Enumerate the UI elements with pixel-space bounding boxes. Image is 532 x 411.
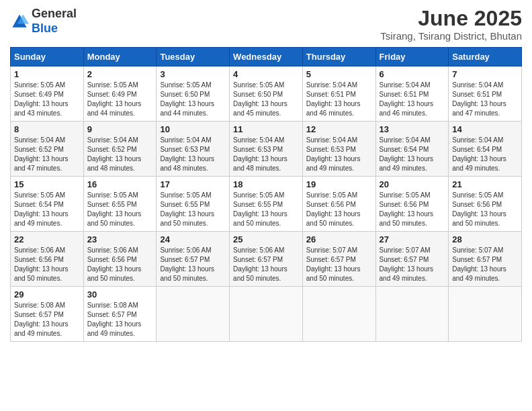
calendar-day-cell: 9 Sunrise: 5:04 AMSunset: 6:52 PMDayligh…: [83, 122, 157, 177]
day-number: 22: [14, 234, 80, 244]
calendar-day-cell: [157, 287, 230, 342]
weekday-header: Wednesday: [230, 48, 303, 66]
day-detail: Sunrise: 5:05 AMSunset: 6:50 PMDaylight:…: [160, 81, 226, 118]
calendar-day-cell: 19 Sunrise: 5:05 AMSunset: 6:56 PMDaylig…: [302, 177, 375, 232]
day-detail: Sunrise: 5:05 AMSunset: 6:49 PMDaylight:…: [14, 81, 80, 118]
day-number: 27: [380, 234, 445, 244]
day-detail: Sunrise: 5:04 AMSunset: 6:54 PMDaylight:…: [452, 136, 518, 173]
calendar-week-row: 1 Sunrise: 5:05 AMSunset: 6:49 PMDayligh…: [11, 66, 522, 122]
day-number: 26: [306, 234, 372, 244]
day-number: 6: [380, 69, 445, 79]
day-detail: Sunrise: 5:07 AMSunset: 6:57 PMDaylight:…: [306, 246, 372, 283]
day-number: 13: [380, 124, 445, 134]
day-detail: Sunrise: 5:04 AMSunset: 6:51 PMDaylight:…: [380, 81, 445, 118]
day-detail: Sunrise: 5:05 AMSunset: 6:55 PMDaylight:…: [160, 191, 226, 228]
day-detail: Sunrise: 5:05 AMSunset: 6:56 PMDaylight:…: [380, 191, 445, 228]
calendar-day-cell: 5 Sunrise: 5:04 AMSunset: 6:51 PMDayligh…: [302, 66, 375, 122]
day-number: 3: [160, 69, 226, 79]
day-number: 23: [87, 234, 153, 244]
day-detail: Sunrise: 5:05 AMSunset: 6:50 PMDaylight:…: [233, 81, 299, 118]
calendar-day-cell: 4 Sunrise: 5:05 AMSunset: 6:50 PMDayligh…: [230, 66, 303, 122]
calendar-day-cell: 1 Sunrise: 5:05 AMSunset: 6:49 PMDayligh…: [11, 66, 84, 122]
calendar-day-cell: 12 Sunrise: 5:04 AMSunset: 6:53 PMDaylig…: [302, 122, 375, 177]
day-number: 12: [306, 124, 372, 134]
day-number: 25: [233, 234, 299, 244]
day-detail: Sunrise: 5:06 AMSunset: 6:56 PMDaylight:…: [14, 246, 80, 283]
day-detail: Sunrise: 5:04 AMSunset: 6:53 PMDaylight:…: [306, 136, 372, 173]
calendar-day-cell: 17 Sunrise: 5:05 AMSunset: 6:55 PMDaylig…: [157, 177, 230, 232]
weekday-header: Friday: [375, 48, 449, 66]
weekday-header: Thursday: [302, 48, 375, 66]
day-detail: Sunrise: 5:07 AMSunset: 6:57 PMDaylight:…: [452, 246, 518, 283]
month-title: June 2025: [380, 7, 522, 30]
day-number: 2: [87, 69, 153, 79]
calendar-week-row: 8 Sunrise: 5:04 AMSunset: 6:52 PMDayligh…: [11, 122, 522, 177]
calendar-day-cell: 3 Sunrise: 5:05 AMSunset: 6:50 PMDayligh…: [157, 66, 230, 122]
day-detail: Sunrise: 5:06 AMSunset: 6:57 PMDaylight:…: [233, 246, 299, 283]
calendar-day-cell: 25 Sunrise: 5:06 AMSunset: 6:57 PMDaylig…: [230, 232, 303, 287]
calendar-day-cell: 28 Sunrise: 5:07 AMSunset: 6:57 PMDaylig…: [449, 232, 522, 287]
day-detail: Sunrise: 5:04 AMSunset: 6:53 PMDaylight:…: [160, 136, 226, 173]
calendar-day-cell: 18 Sunrise: 5:05 AMSunset: 6:55 PMDaylig…: [230, 177, 303, 232]
day-number: 16: [87, 179, 153, 189]
calendar-day-cell: 27 Sunrise: 5:07 AMSunset: 6:57 PMDaylig…: [375, 232, 449, 287]
calendar-day-cell: [230, 287, 303, 342]
calendar-day-cell: 22 Sunrise: 5:06 AMSunset: 6:56 PMDaylig…: [11, 232, 84, 287]
calendar-day-cell: 24 Sunrise: 5:06 AMSunset: 6:57 PMDaylig…: [157, 232, 230, 287]
calendar-day-cell: 8 Sunrise: 5:04 AMSunset: 6:52 PMDayligh…: [11, 122, 84, 177]
calendar-day-cell: 26 Sunrise: 5:07 AMSunset: 6:57 PMDaylig…: [302, 232, 375, 287]
day-detail: Sunrise: 5:07 AMSunset: 6:57 PMDaylight:…: [380, 246, 445, 283]
calendar-day-cell: 14 Sunrise: 5:04 AMSunset: 6:54 PMDaylig…: [449, 122, 522, 177]
calendar-day-cell: 6 Sunrise: 5:04 AMSunset: 6:51 PMDayligh…: [375, 66, 449, 122]
day-detail: Sunrise: 5:05 AMSunset: 6:54 PMDaylight:…: [14, 191, 80, 228]
day-number: 19: [306, 179, 372, 189]
calendar-week-row: 15 Sunrise: 5:05 AMSunset: 6:54 PMDaylig…: [11, 177, 522, 232]
day-number: 10: [160, 124, 226, 134]
calendar-day-cell: 16 Sunrise: 5:05 AMSunset: 6:55 PMDaylig…: [83, 177, 157, 232]
weekday-header: Monday: [83, 48, 157, 66]
title-area: June 2025 Tsirang, Tsirang District, Bhu…: [380, 7, 522, 42]
day-number: 11: [233, 124, 299, 134]
day-detail: Sunrise: 5:08 AMSunset: 6:57 PMDaylight:…: [87, 301, 153, 338]
day-detail: Sunrise: 5:05 AMSunset: 6:55 PMDaylight:…: [233, 191, 299, 228]
day-number: 7: [452, 69, 518, 79]
day-detail: Sunrise: 5:06 AMSunset: 6:56 PMDaylight:…: [87, 246, 153, 283]
day-number: 9: [87, 124, 153, 134]
calendar-day-cell: 20 Sunrise: 5:05 AMSunset: 6:56 PMDaylig…: [375, 177, 449, 232]
day-number: 14: [452, 124, 518, 134]
calendar-day-cell: [449, 287, 522, 342]
day-detail: Sunrise: 5:05 AMSunset: 6:55 PMDaylight:…: [87, 191, 153, 228]
weekday-header: Saturday: [449, 48, 522, 66]
day-number: 21: [452, 179, 518, 189]
day-detail: Sunrise: 5:04 AMSunset: 6:53 PMDaylight:…: [233, 136, 299, 173]
calendar-day-cell: 21 Sunrise: 5:05 AMSunset: 6:56 PMDaylig…: [449, 177, 522, 232]
calendar-day-cell: 10 Sunrise: 5:04 AMSunset: 6:53 PMDaylig…: [157, 122, 230, 177]
day-detail: Sunrise: 5:05 AMSunset: 6:56 PMDaylight:…: [452, 191, 518, 228]
day-detail: Sunrise: 5:06 AMSunset: 6:57 PMDaylight:…: [160, 246, 226, 283]
logo-text: General Blue: [32, 7, 77, 36]
weekday-header: Sunday: [11, 48, 84, 66]
day-detail: Sunrise: 5:04 AMSunset: 6:51 PMDaylight:…: [306, 81, 372, 118]
day-number: 1: [14, 69, 80, 79]
day-number: 17: [160, 179, 226, 189]
day-number: 5: [306, 69, 372, 79]
calendar-day-cell: 30 Sunrise: 5:08 AMSunset: 6:57 PMDaylig…: [83, 287, 157, 342]
weekday-header: Tuesday: [157, 48, 230, 66]
day-number: 28: [452, 234, 518, 244]
day-number: 8: [14, 124, 80, 134]
day-detail: Sunrise: 5:04 AMSunset: 6:52 PMDaylight:…: [87, 136, 153, 173]
calendar-table: SundayMondayTuesdayWednesdayThursdayFrid…: [10, 47, 522, 342]
weekday-header-row: SundayMondayTuesdayWednesdayThursdayFrid…: [11, 48, 522, 66]
day-number: 4: [233, 69, 299, 79]
day-number: 20: [380, 179, 445, 189]
day-number: 24: [160, 234, 226, 244]
calendar-day-cell: [375, 287, 449, 342]
calendar-week-row: 22 Sunrise: 5:06 AMSunset: 6:56 PMDaylig…: [11, 232, 522, 287]
calendar-week-row: 29 Sunrise: 5:08 AMSunset: 6:57 PMDaylig…: [11, 287, 522, 342]
day-detail: Sunrise: 5:04 AMSunset: 6:51 PMDaylight:…: [452, 81, 518, 118]
calendar-day-cell: [302, 287, 375, 342]
day-detail: Sunrise: 5:04 AMSunset: 6:52 PMDaylight:…: [14, 136, 80, 173]
day-detail: Sunrise: 5:08 AMSunset: 6:57 PMDaylight:…: [14, 301, 80, 338]
calendar-day-cell: 23 Sunrise: 5:06 AMSunset: 6:56 PMDaylig…: [83, 232, 157, 287]
calendar-day-cell: 11 Sunrise: 5:04 AMSunset: 6:53 PMDaylig…: [230, 122, 303, 177]
